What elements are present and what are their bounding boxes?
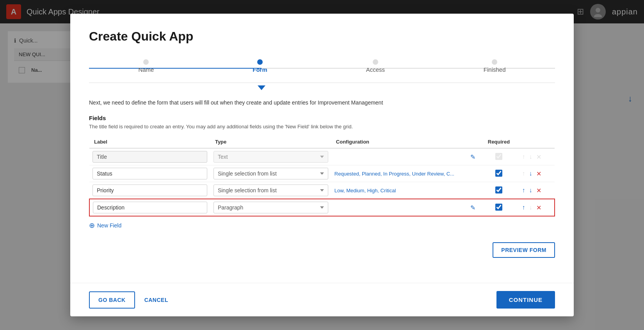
go-back-button[interactable]: GO BACK [89,291,135,309]
row-actions-status: ↑ ↓ ✕ [521,169,551,178]
field-type-cell: Single selection from list [210,182,331,199]
move-down-button-status[interactable]: ↓ [528,169,534,178]
field-required-cell [480,199,517,216]
new-field-link[interactable]: ⊕ New Field [89,221,555,230]
field-actions-cell: ↑ ↓ ✕ [518,182,555,199]
row-actions-priority: ↑ ↓ ✕ [521,186,551,195]
delete-button-priority[interactable]: ✕ [535,186,543,195]
stepper-steps: Name Form Access Finished [89,59,555,73]
stepper-step-form: Form [253,59,267,73]
stepper-label-form: Form [253,66,267,73]
fields-section-title: Fields [89,115,555,121]
field-label-cell [89,199,210,216]
new-field-plus-icon: ⊕ [89,221,95,230]
move-down-button-description[interactable]: ↓ [528,203,534,212]
cancel-button[interactable]: CANCEL [141,292,171,308]
new-field-label: New Field [97,222,121,229]
delete-button-description[interactable]: ✕ [535,203,543,212]
modal-title: Create Quick App [89,29,555,44]
field-required-cell [480,182,517,199]
modal-body: Create Quick App Name Form A [70,14,574,283]
preview-form-button[interactable]: PREVIEW FORM [493,242,555,258]
field-type-select-title[interactable]: Text [213,151,328,163]
table-header-actions [518,136,555,148]
stepper-label-finished: Finished [484,66,506,73]
table-row: Text ✎ ↑ ↓ ✕ [89,148,555,165]
table-row: Single selection from list Requested, Pl… [89,165,555,182]
continue-button[interactable]: CONTINUE [496,291,555,309]
modal-overlay: Create Quick App Name Form A [0,0,644,330]
field-required-cell [480,165,517,182]
edit-config-icon-description[interactable]: ✎ [470,204,475,211]
field-actions-cell: ↑ ↓ ✕ [518,199,555,216]
field-required-checkbox-status[interactable] [495,170,502,177]
field-type-cell: Single selection from list [210,165,331,182]
field-config-cell: ✎ [331,148,480,165]
field-config-cell: ✎ [331,199,480,216]
fields-section-subtitle: The title field is required to create an… [89,124,555,130]
field-required-checkbox-priority[interactable] [495,186,502,193]
row-actions-title: ↑ ↓ ✕ [521,153,551,161]
table-header-configuration: Configuration [331,136,480,148]
stepper-dot-name [143,59,149,65]
stepper-step-finished: Finished [484,59,506,73]
create-quick-app-modal: Create Quick App Name Form A [70,14,574,316]
field-type-cell: Text [210,148,331,165]
stepper-step-access: Access [366,59,385,73]
stepper-dot-form [257,59,263,65]
field-required-cell [480,148,517,165]
field-required-checkbox-description[interactable] [495,204,502,211]
field-type-select-status[interactable]: Single selection from list [213,168,328,179]
field-label-cell [89,165,210,182]
delete-button-status[interactable]: ✕ [535,169,543,178]
field-type-select-priority[interactable]: Single selection from list [213,185,328,196]
field-type-cell: Paragraph [210,199,331,216]
config-link-status[interactable]: Requested, Planned, In Progress, Under R… [334,171,454,177]
table-header-type: Type [210,136,331,148]
config-link-priority[interactable]: Low, Medium, High, Critical [334,188,396,193]
preview-form-row: PREVIEW FORM [89,242,555,258]
edit-config-icon-title[interactable]: ✎ [470,154,475,160]
field-required-checkbox-title[interactable] [495,153,502,160]
row-actions-description: ↑ ↓ ✕ [521,203,551,212]
modal-footer: GO BACK CANCEL CONTINUE [70,283,574,316]
form-description: Next, we need to define the form that us… [89,99,555,107]
table-row: Single selection from list Low, Medium, … [89,182,555,199]
move-down-button-priority[interactable]: ↓ [528,186,534,195]
stepper-step-name: Name [138,59,154,73]
stepper-dot-finished [492,59,497,65]
stepper-label-name: Name [138,66,154,73]
stepper-pointer [258,85,265,90]
field-actions-cell: ↑ ↓ ✕ [518,148,555,165]
move-down-button-title[interactable]: ↓ [528,153,534,161]
stepper-label-access: Access [366,66,385,73]
field-config-cell: Requested, Planned, In Progress, Under R… [331,165,480,182]
table-row-highlighted: Paragraph ✎ ↑ ↓ [89,199,555,216]
field-label-input-status[interactable] [93,168,207,179]
table-header-label: Label [89,136,210,148]
move-up-button-description[interactable]: ↑ [521,203,527,212]
move-up-button-priority[interactable]: ↑ [521,186,527,195]
delete-button-title[interactable]: ✕ [535,153,543,161]
fields-table: Label Type Configuration Required [89,136,555,216]
move-up-button-status[interactable]: ↑ [521,169,527,178]
field-label-input-description[interactable] [93,202,207,213]
field-label-input-title[interactable] [93,151,207,163]
field-label-input-priority[interactable] [93,185,207,196]
stepper: Name Form Access Finished [89,53,555,83]
stepper-dot-access [373,59,378,65]
field-config-cell: Low, Medium, High, Critical [331,182,480,199]
field-type-select-description[interactable]: Paragraph [213,202,328,213]
move-up-button-title[interactable]: ↑ [521,153,527,161]
field-label-cell [89,148,210,165]
table-header-required: Required [480,136,517,148]
field-label-cell [89,182,210,199]
field-actions-cell: ↑ ↓ ✕ [518,165,555,182]
